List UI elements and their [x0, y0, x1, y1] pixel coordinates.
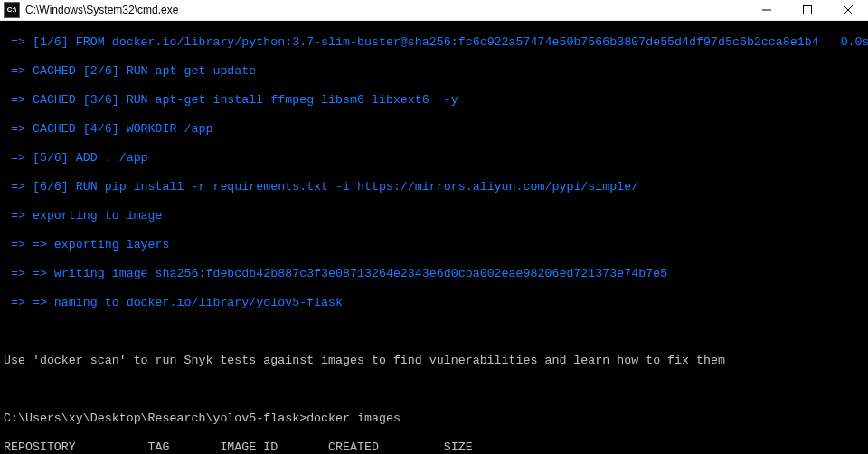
- svg-rect-1: [803, 6, 811, 14]
- build-step-3: => CACHED [3/6] RUN apt-get install ffmp…: [4, 93, 864, 108]
- minimize-icon: [762, 5, 771, 14]
- build-step-5: => [5/6] ADD . /app 0.2s: [4, 151, 864, 166]
- cmd-icon: C:\: [4, 2, 20, 18]
- prompt-line-1: C:\Users\xy\Desktop\Research\yolov5-flas…: [4, 411, 864, 426]
- minimize-button[interactable]: [746, 0, 787, 20]
- build-step-text: => CACHED [3/6] RUN apt-get install ffmp…: [11, 93, 458, 107]
- terminal-output[interactable]: => [1/6] FROM docker.io/library/python:3…: [0, 21, 868, 454]
- command-text: docker images: [307, 411, 401, 425]
- build-step-text: => [6/6] RUN pip install -r requirements…: [11, 180, 638, 194]
- window-buttons: [746, 0, 868, 20]
- build-step-text: => => exporting layers: [11, 238, 170, 251]
- build-step-time: 0.0s: [841, 35, 868, 49]
- close-button[interactable]: [827, 0, 868, 20]
- build-step-10: => => naming to docker.io/library/yolov5…: [4, 296, 864, 310]
- blank-line: [4, 383, 864, 397]
- maximize-icon: [803, 5, 812, 14]
- build-step-text: => exporting to image: [11, 209, 163, 222]
- table1-header: REPOSITORY TAG IMAGE ID CREATED SIZE: [4, 440, 864, 454]
- build-step-4: => CACHED [4/6] WORKDIR /app 0.0s: [4, 122, 864, 137]
- build-step-8: => => exporting layers 19.0s: [4, 238, 864, 252]
- build-step-9: => => writing image sha256:fdebcdb42b887…: [4, 267, 864, 281]
- build-step-2: => CACHED [2/6] RUN apt-get update 0.0s: [4, 64, 864, 79]
- prompt-path: C:\Users\xy\Desktop\Research\yolov5-flas…: [4, 411, 307, 425]
- maximize-button[interactable]: [787, 0, 827, 20]
- blank-line: [4, 325, 864, 339]
- build-step-6: => [6/6] RUN pip install -r requirements…: [4, 180, 864, 194]
- window-title: C:\Windows\System32\cmd.exe: [24, 3, 746, 17]
- build-step-7: => exporting to image 19.1s: [4, 209, 864, 223]
- build-step-text: => [1/6] FROM docker.io/library/python:3…: [11, 35, 819, 49]
- scan-hint: Use 'docker scan' to run Snyk tests agai…: [4, 354, 864, 368]
- build-step-text: => => writing image sha256:fdebcdb42b887…: [11, 267, 667, 280]
- build-step-text: => CACHED [2/6] RUN apt-get update: [11, 64, 256, 78]
- window-titlebar: C:\ C:\Windows\System32\cmd.exe: [0, 0, 868, 21]
- build-step-text: => => naming to docker.io/library/yolov5…: [11, 296, 343, 309]
- build-step-1: => [1/6] FROM docker.io/library/python:3…: [4, 35, 864, 50]
- build-step-text: => CACHED [4/6] WORKDIR /app: [11, 122, 212, 136]
- close-icon: [844, 5, 853, 14]
- build-step-text: => [5/6] ADD . /app: [11, 151, 148, 165]
